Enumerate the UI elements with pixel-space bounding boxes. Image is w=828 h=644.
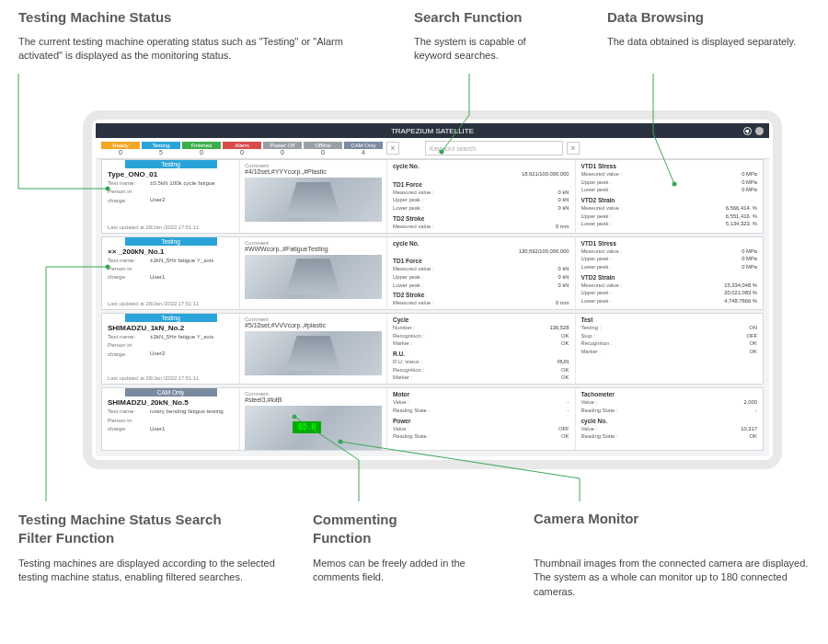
filter-chip-count: 0	[281, 149, 284, 155]
machine-name: SHIMADZU_20kN_No.5	[108, 398, 234, 407]
filter-chip-finished[interactable]: Finished0	[182, 142, 221, 155]
data-columns: MotorValue :-Reading State :-PowerValue …	[387, 388, 763, 450]
callout-title-browsing: Data Browsing	[607, 9, 704, 25]
machine-name: ×× _200kN_No.1	[108, 247, 234, 256]
data-column: cycle No.130,592/100,000,000TD1 ForceMea…	[387, 237, 576, 310]
comment-text[interactable]: #4/10set,#YYYcorp.,#Plastic	[245, 168, 382, 175]
comment-column: Comment#4/10set,#YYYcorp.,#Plastic	[240, 160, 387, 233]
comment-text[interactable]: #5/10set,#VVVcorp.,#plastic	[245, 322, 382, 328]
machine-info: TestingType_ONO_01Test name:±0.5kN 100k …	[102, 160, 240, 233]
test-name: Test name:rotary bending fatigue testing	[108, 407, 234, 415]
clear-filter-button[interactable]: ×	[386, 142, 399, 155]
status-badge: Testing	[125, 237, 217, 246]
filter-bar: Ready0Testing5Finished0Alarm0Power Off0O…	[96, 138, 769, 159]
tablet-frame: TRAPEZIUM SATELLITE Ready0Testing5Finish…	[83, 110, 782, 469]
person-in-charge: Person in charge:User1	[108, 416, 234, 433]
camera-thumbnail[interactable]	[245, 406, 382, 450]
filter-chip-testing[interactable]: Testing5	[142, 142, 180, 155]
data-column: cycle No.18,921/100,000,000TD1 ForceMeas…	[387, 160, 576, 233]
filter-chip-count: 5	[159, 149, 163, 155]
machine-info: TestingSHIMADZU_1kN_No.2Test name:±2kN_5…	[102, 314, 240, 384]
filter-chip-label: Alarm	[223, 142, 261, 149]
person-in-charge: Person in charge:User2	[108, 187, 234, 204]
data-column: VTD1 StressMeasured value :0 MPaUpper pe…	[576, 160, 764, 233]
filter-chip-count: 0	[200, 149, 203, 155]
data-column: CycleNumber :136,528Recognition :OKMarke…	[387, 314, 576, 384]
callout-body-camera: Thumbnail images from the connected came…	[534, 557, 810, 599]
comment-text[interactable]: #WWWcorp.,#FatigueTesting	[245, 246, 382, 252]
filter-chip-power-off[interactable]: Power Off0	[263, 142, 302, 155]
camera-thumbnail[interactable]	[245, 331, 382, 375]
comment-column: Comment#5/10set,#VVVcorp.,#plastic	[240, 314, 387, 384]
machine-info: CAM OnlySHIMADZU_20kN_No.5Test name:rota…	[102, 388, 240, 450]
test-name: Test name:±0.5kN 100k cycle fatigue	[108, 178, 234, 187]
callout-body-filter: Testing machines are displayed according…	[18, 557, 276, 585]
comment-text[interactable]: #steel3,#lotB	[245, 397, 382, 403]
test-name: Test name:±2kN_5Hz fatigue Y_axis	[108, 332, 234, 340]
machine-name: Type_ONO_01	[108, 170, 234, 178]
comment-column: Comment#WWWcorp.,#FatigueTesting	[240, 237, 387, 310]
machine-row[interactable]: CAM OnlySHIMADZU_20kN_No.5Test name:rota…	[101, 387, 764, 451]
machine-info: Testing×× _200kN_No.1Test name:±2kN_5Hz …	[102, 237, 240, 310]
camera-thumbnail[interactable]	[245, 255, 382, 299]
callout-title-comment: Commenting Function	[313, 511, 451, 546]
callout-body-status: The current testing machine operating st…	[18, 35, 368, 63]
callout-body-search: The system is capable of keyword searche…	[414, 35, 561, 63]
data-column: MotorValue :-Reading State :-PowerValue …	[387, 388, 576, 450]
filter-chip-offline[interactable]: Offline0	[304, 142, 342, 155]
filter-chip-ready[interactable]: Ready0	[101, 142, 140, 155]
clear-search-button[interactable]: ×	[567, 142, 580, 155]
data-column: VTD1 StressMeasured value :0 MPaUpper pe…	[576, 237, 764, 310]
last-updated: Last updated at 28/Jan./2022 17:51:11	[108, 301, 199, 306]
machine-list: TestingType_ONO_01Test name:±0.5kN 100k …	[96, 159, 769, 456]
callout-title-camera: Camera Monitor	[534, 511, 638, 526]
person-in-charge: Person in charge:User2	[108, 340, 234, 358]
filter-chip-alarm[interactable]: Alarm0	[223, 142, 261, 155]
data-column: TachometerValue :2,000Reading State :-cy…	[576, 388, 764, 450]
filter-chip-label: Ready	[101, 142, 140, 149]
data-columns: cycle No.18,921/100,000,000TD1 ForceMeas…	[387, 160, 763, 233]
app-screen: TRAPEZIUM SATELLITE Ready0Testing5Finish…	[96, 123, 769, 456]
callout-body-browsing: The data obtained is displayed separatel…	[607, 35, 810, 49]
callout-title-status: Testing Machine Status	[18, 9, 171, 25]
callout-body-comment: Memos can be freely added in the comment…	[313, 557, 478, 585]
user-icon[interactable]	[755, 127, 764, 135]
filter-chip-cam-only[interactable]: CAM Only4	[344, 142, 383, 155]
filter-chip-label: Power Off	[263, 142, 302, 149]
status-badge: CAM Only	[125, 388, 217, 397]
machine-row[interactable]: TestingSHIMADZU_1kN_No.2Test name:±2kN_5…	[101, 313, 764, 385]
data-columns: CycleNumber :136,528Recognition :OKMarke…	[387, 314, 763, 384]
camera-thumbnail[interactable]	[245, 178, 382, 222]
filter-chip-count: 0	[119, 149, 122, 155]
filter-chip-label: Offline	[304, 142, 342, 149]
machine-row[interactable]: TestingType_ONO_01Test name:±0.5kN 100k …	[101, 159, 764, 234]
filter-chip-count: 0	[321, 149, 325, 155]
search-input[interactable]: Keyword search	[425, 141, 563, 155]
callout-title-search: Search Function	[414, 9, 523, 25]
callout-title-filter: Testing Machine Status Search Filter Fun…	[18, 511, 258, 546]
filter-chip-count: 0	[240, 149, 244, 155]
app-title: TRAPEZIUM SATELLITE	[391, 127, 474, 135]
person-in-charge: Person in charge:User1	[108, 264, 234, 282]
status-badge: Testing	[125, 314, 217, 322]
filter-chip-label: Testing	[142, 142, 180, 149]
data-columns: cycle No.130,592/100,000,000TD1 ForceMea…	[387, 237, 763, 310]
status-badge: Testing	[125, 160, 217, 168]
titlebar: TRAPEZIUM SATELLITE	[96, 123, 769, 138]
data-column: TestTesting :ONStop :OFFRecognition :OKM…	[576, 314, 764, 384]
last-updated: Last updated at 28/Jan./2022 17:51:11	[108, 375, 199, 381]
search-placeholder: Keyword search	[430, 145, 476, 152]
test-name: Test name:±2kN_5Hz fatigue Y_axis	[108, 256, 234, 264]
gear-icon[interactable]	[743, 127, 752, 135]
filter-chip-label: CAM Only	[344, 142, 383, 149]
last-updated: Last updated at 28/Jan./2022 17:51:11	[108, 224, 199, 230]
filter-chip-count: 4	[362, 149, 365, 155]
comment-column: Comment#steel3,#lotB	[240, 388, 387, 450]
machine-row[interactable]: Testing×× _200kN_No.1Test name:±2kN_5Hz …	[101, 236, 764, 311]
filter-chip-label: Finished	[182, 142, 221, 149]
machine-name: SHIMADZU_1kN_No.2	[108, 324, 234, 332]
